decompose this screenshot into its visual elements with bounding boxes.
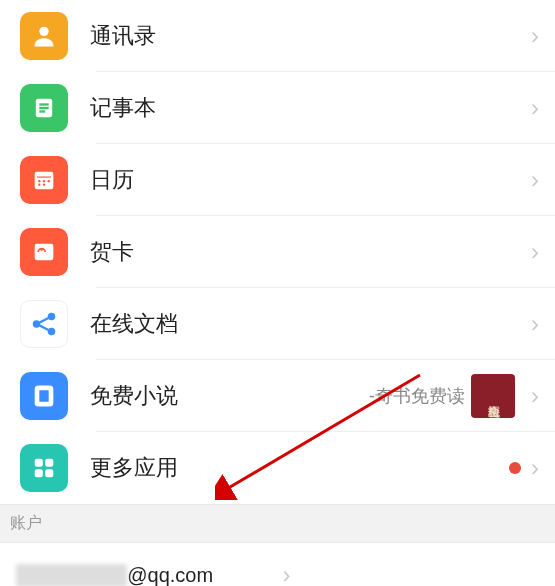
svg-point-13	[41, 249, 43, 251]
menu-label: 免费小说	[90, 381, 369, 411]
share-icon	[20, 300, 68, 348]
calendar-icon	[20, 156, 68, 204]
svg-point-0	[39, 27, 48, 36]
masked-text: 1234567890	[16, 564, 127, 587]
menu-item-calendar[interactable]: 日历 ›	[0, 144, 555, 216]
svg-rect-6	[37, 177, 51, 178]
menu-item-free-novels[interactable]: 免费小说 -奇书免费读 金瓶梅 ›	[0, 360, 555, 432]
menu-label: 通讯录	[90, 21, 521, 51]
chevron-right-icon: ›	[531, 454, 539, 482]
svg-line-17	[40, 318, 49, 323]
account-email: 1234567890@qq.com	[16, 564, 273, 587]
svg-rect-20	[38, 389, 50, 403]
chevron-right-icon: ›	[531, 22, 539, 50]
grid-icon	[20, 444, 68, 492]
svg-point-9	[48, 180, 50, 182]
chevron-right-icon: ›	[531, 238, 539, 266]
chevron-right-icon: ›	[531, 166, 539, 194]
menu-label: 日历	[90, 165, 521, 195]
chevron-right-icon: ›	[531, 310, 539, 338]
menu-label: 更多应用	[90, 453, 509, 483]
menu-item-contacts[interactable]: 通讯录 ›	[0, 0, 555, 72]
promo-text: -奇书免费读	[369, 384, 465, 408]
svg-point-7	[38, 180, 40, 182]
chevron-right-icon: ›	[531, 382, 539, 410]
menu-item-notes[interactable]: 记事本 ›	[0, 72, 555, 144]
contacts-icon	[20, 12, 68, 60]
svg-point-10	[38, 184, 40, 186]
svg-line-18	[40, 326, 49, 331]
chevron-right-icon: ›	[531, 94, 539, 122]
card-icon	[20, 228, 68, 276]
chevron-right-icon: ›	[283, 561, 540, 586]
svg-point-11	[43, 184, 45, 186]
book-icon	[20, 372, 68, 420]
svg-rect-21	[35, 459, 43, 467]
note-icon	[20, 84, 68, 132]
svg-rect-22	[45, 459, 53, 467]
svg-rect-23	[35, 469, 43, 477]
menu-item-online-docs[interactable]: 在线文档 ›	[0, 288, 555, 360]
svg-point-8	[43, 180, 45, 182]
email-suffix: @qq.com	[127, 564, 213, 586]
promo-thumbnail: 金瓶梅	[471, 374, 515, 418]
account-item-qq[interactable]: 1234567890@qq.com ›	[0, 543, 555, 586]
app-menu-list: 通讯录 › 记事本 › 日历 › 贺卡 › 在线文档 ›	[0, 0, 555, 504]
novel-promo: -奇书免费读 金瓶梅	[369, 374, 515, 418]
notification-dot	[509, 462, 521, 474]
menu-label: 在线文档	[90, 309, 521, 339]
menu-label: 贺卡	[90, 237, 521, 267]
menu-item-greeting-card[interactable]: 贺卡 ›	[0, 216, 555, 288]
menu-label: 记事本	[90, 93, 521, 123]
menu-item-more-apps[interactable]: 更多应用 ›	[0, 432, 555, 504]
accounts-section-header: 账户	[0, 504, 555, 543]
svg-rect-24	[45, 469, 53, 477]
